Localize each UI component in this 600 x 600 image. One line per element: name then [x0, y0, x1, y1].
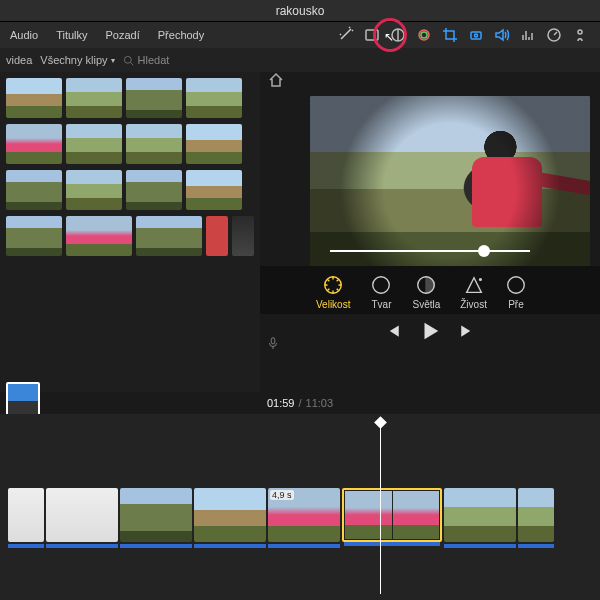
tab-audio[interactable]: Audio [6, 27, 42, 43]
svg-point-8 [124, 56, 131, 63]
clip-thumb[interactable] [126, 78, 182, 118]
filter-shape[interactable]: Tvar [370, 274, 392, 310]
play-icon[interactable] [419, 320, 441, 342]
filter-size[interactable]: Velikost [316, 274, 350, 310]
app-window: rakousko Audio Titulky Pozadí Přechody ↖… [0, 0, 600, 600]
tab-titles[interactable]: Titulky [52, 27, 91, 43]
svg-point-10 [373, 277, 390, 294]
filter-light[interactable]: Světla [412, 274, 440, 310]
volume-icon[interactable] [494, 27, 510, 43]
svg-point-12 [479, 279, 481, 281]
library-title: videa [6, 54, 32, 66]
clip-thumb[interactable] [66, 124, 122, 164]
svg-rect-4 [471, 32, 481, 39]
voiceover-mic-icon[interactable] [266, 336, 280, 354]
timeline-clip[interactable] [194, 488, 266, 542]
clip-thumb[interactable] [6, 170, 62, 210]
media-library [0, 72, 260, 392]
clips-filter-dropdown[interactable]: Všechny klipy▾ [40, 54, 114, 66]
clip-thumb[interactable] [66, 216, 132, 256]
timeline-clip[interactable]: 4,9 s [268, 488, 340, 542]
clip-duration-badge: 4,9 s [270, 490, 294, 500]
tab-transitions[interactable]: Přechody [154, 27, 208, 43]
crop-icon[interactable] [442, 27, 458, 43]
next-frame-icon[interactable] [459, 322, 477, 340]
time-indicator: 01:59 / 11:03 [0, 392, 600, 414]
clip-thumb[interactable] [206, 216, 228, 256]
search-input[interactable]: Hledat [123, 54, 170, 66]
playhead[interactable] [380, 424, 381, 594]
vignette-overlay [310, 96, 590, 266]
clip-thumb[interactable] [6, 124, 62, 164]
svg-point-7 [578, 30, 582, 34]
home-icon[interactable] [268, 72, 284, 92]
cursor-icon: ↖ [384, 30, 394, 44]
timeline-clip[interactable] [518, 488, 554, 542]
clip-thumb[interactable] [126, 124, 182, 164]
filter-vibrance[interactable]: Živost [460, 274, 487, 310]
current-time: 01:59 [267, 397, 295, 409]
main-area: Velikost Tvar Světla Živost Pře [0, 72, 600, 392]
timeline-clip[interactable] [8, 488, 44, 542]
color-wheel-icon[interactable] [416, 27, 432, 43]
clip-thumb[interactable] [126, 170, 182, 210]
timeline-clip[interactable] [120, 488, 192, 542]
clip-thumb[interactable] [6, 216, 62, 256]
timeline-clip-selected[interactable] [342, 488, 442, 542]
prev-frame-icon[interactable] [383, 322, 401, 340]
svg-point-3 [421, 32, 427, 38]
info-icon[interactable] [572, 27, 588, 43]
svg-point-5 [475, 34, 478, 37]
clip-thumb[interactable] [186, 124, 242, 164]
clip-thumb[interactable] [66, 170, 122, 210]
tab-background[interactable]: Pozadí [102, 27, 144, 43]
library-controls: videa Všechny klipy▾ Hledat [0, 48, 600, 72]
clip-thumb[interactable] [232, 216, 254, 256]
timeline-track: 4,9 s [8, 488, 554, 546]
top-toolbar: Audio Titulky Pozadí Přechody ↖ [0, 22, 600, 48]
adjustment-tools [364, 27, 594, 43]
svg-rect-14 [271, 338, 275, 344]
magic-wand-icon[interactable] [338, 26, 354, 44]
color-balance-icon[interactable] [364, 27, 380, 43]
clip-thumb[interactable] [136, 216, 202, 256]
filter-controls: Velikost Tvar Světla Živost Pře [260, 266, 600, 314]
clip-thumb[interactable] [186, 78, 242, 118]
vignette-slider[interactable] [330, 250, 530, 252]
filter-extra[interactable]: Pře [507, 274, 525, 310]
playback-controls [260, 314, 600, 348]
speed-icon[interactable] [546, 27, 562, 43]
clip-thumb[interactable] [186, 170, 242, 210]
timeline-clip[interactable] [46, 488, 118, 542]
timeline[interactable]: 4,9 s [0, 414, 600, 600]
video-preview[interactable] [310, 96, 590, 266]
timeline-clip[interactable] [444, 488, 516, 542]
svg-rect-0 [366, 30, 378, 40]
window-title: rakousko [0, 0, 600, 22]
svg-point-13 [508, 277, 525, 294]
total-time: 11:03 [306, 397, 334, 409]
preview-pane: Velikost Tvar Světla Živost Pře [260, 72, 600, 392]
clip-thumb[interactable] [6, 78, 62, 118]
equalizer-icon[interactable] [520, 27, 536, 43]
clip-thumb[interactable] [66, 78, 122, 118]
stabilize-icon[interactable] [468, 27, 484, 43]
